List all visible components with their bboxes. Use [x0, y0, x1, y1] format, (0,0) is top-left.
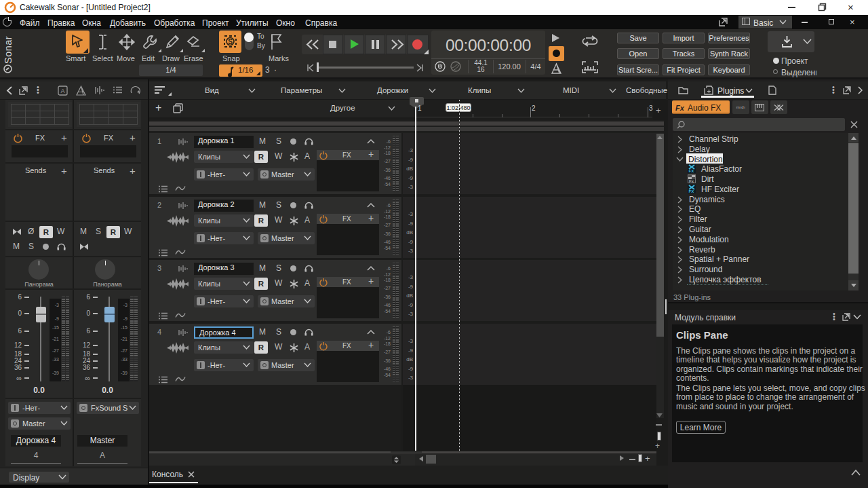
svg-text:S: S [228, 38, 233, 45]
svg-text:A: A [60, 88, 64, 94]
